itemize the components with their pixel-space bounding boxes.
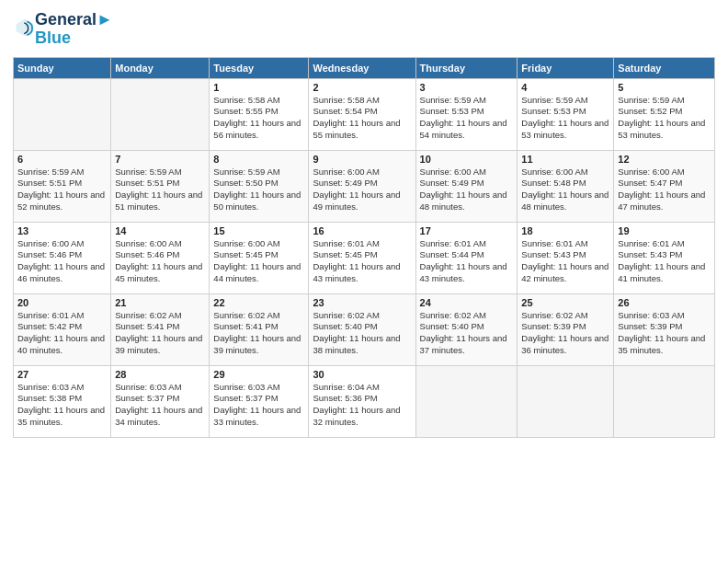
day-number: 24 (420, 297, 514, 308)
day-number: 26 (618, 297, 711, 308)
cell-info: Sunrise: 6:01 AMSunset: 5:42 PMDaylight:… (17, 310, 107, 357)
week-row-4: 20Sunrise: 6:01 AMSunset: 5:42 PMDayligh… (14, 293, 715, 365)
cell-info: Sunrise: 6:01 AMSunset: 5:44 PMDaylight:… (420, 238, 514, 285)
calendar-cell: 21Sunrise: 6:02 AMSunset: 5:41 PMDayligh… (111, 293, 210, 365)
cell-info: Sunrise: 6:03 AMSunset: 5:38 PMDaylight:… (17, 382, 107, 429)
logo-icon (15, 17, 35, 38)
calendar-cell: 10Sunrise: 6:00 AMSunset: 5:49 PMDayligh… (415, 150, 518, 222)
day-number: 30 (313, 369, 411, 380)
cell-info: Sunrise: 6:02 AMSunset: 5:41 PMDaylight:… (213, 310, 304, 357)
calendar-cell: 8Sunrise: 5:59 AMSunset: 5:50 PMDaylight… (210, 150, 309, 222)
calendar-cell: 9Sunrise: 6:00 AMSunset: 5:49 PMDaylight… (309, 150, 415, 222)
cell-info: Sunrise: 6:00 AMSunset: 5:49 PMDaylight:… (313, 167, 411, 213)
day-number: 9 (313, 154, 411, 165)
day-number: 14 (115, 225, 205, 236)
calendar-cell (415, 365, 518, 437)
calendar-cell: 1Sunrise: 5:58 AMSunset: 5:55 PMDaylight… (210, 78, 309, 150)
col-header-thursday: Thursday (415, 57, 518, 78)
calendar-cell: 4Sunrise: 5:59 AMSunset: 5:53 PMDaylight… (518, 78, 614, 150)
calendar-cell: 17Sunrise: 6:01 AMSunset: 5:44 PMDayligh… (415, 222, 518, 293)
cell-info: Sunrise: 6:00 AMSunset: 5:48 PMDaylight:… (521, 167, 609, 213)
col-header-friday: Friday (518, 57, 614, 78)
col-header-monday: Monday (111, 57, 210, 78)
calendar-cell: 7Sunrise: 5:59 AMSunset: 5:51 PMDaylight… (111, 150, 210, 222)
calendar-cell: 30Sunrise: 6:04 AMSunset: 5:36 PMDayligh… (309, 365, 415, 437)
week-row-5: 27Sunrise: 6:03 AMSunset: 5:38 PMDayligh… (14, 365, 715, 437)
logo-text: General► Blue (35, 11, 113, 48)
calendar-cell (111, 78, 210, 150)
day-number: 16 (313, 225, 411, 236)
cell-info: Sunrise: 6:02 AMSunset: 5:41 PMDaylight:… (115, 310, 205, 357)
cell-info: Sunrise: 5:59 AMSunset: 5:53 PMDaylight:… (420, 95, 514, 142)
calendar-cell: 15Sunrise: 6:00 AMSunset: 5:45 PMDayligh… (210, 222, 309, 293)
calendar-cell: 27Sunrise: 6:03 AMSunset: 5:38 PMDayligh… (14, 365, 111, 437)
calendar-cell: 24Sunrise: 6:02 AMSunset: 5:40 PMDayligh… (415, 293, 518, 365)
calendar-cell: 26Sunrise: 6:03 AMSunset: 5:39 PMDayligh… (614, 293, 715, 365)
cell-info: Sunrise: 6:02 AMSunset: 5:40 PMDaylight:… (420, 310, 514, 357)
day-number: 20 (17, 297, 107, 308)
calendar-cell (14, 78, 111, 150)
day-number: 11 (521, 154, 609, 165)
cell-info: Sunrise: 5:59 AMSunset: 5:52 PMDaylight:… (618, 95, 711, 142)
cell-info: Sunrise: 6:03 AMSunset: 5:39 PMDaylight:… (618, 310, 711, 357)
day-number: 7 (115, 154, 205, 165)
cell-info: Sunrise: 6:00 AMSunset: 5:45 PMDaylight:… (213, 238, 304, 285)
day-number: 2 (313, 82, 411, 93)
day-number: 23 (313, 297, 411, 308)
week-row-1: 1Sunrise: 5:58 AMSunset: 5:55 PMDaylight… (14, 78, 715, 150)
cell-info: Sunrise: 6:03 AMSunset: 5:37 PMDaylight:… (115, 382, 205, 429)
col-header-saturday: Saturday (614, 57, 715, 78)
calendar-cell: 23Sunrise: 6:02 AMSunset: 5:40 PMDayligh… (309, 293, 415, 365)
calendar-cell: 6Sunrise: 5:59 AMSunset: 5:51 PMDaylight… (14, 150, 111, 222)
calendar-cell (518, 365, 614, 437)
day-number: 1 (213, 82, 304, 93)
cell-info: Sunrise: 6:01 AMSunset: 5:43 PMDaylight:… (521, 238, 609, 285)
day-number: 5 (618, 82, 711, 93)
day-number: 19 (618, 225, 711, 236)
calendar-cell (614, 365, 715, 437)
calendar-cell: 11Sunrise: 6:00 AMSunset: 5:48 PMDayligh… (518, 150, 614, 222)
cell-info: Sunrise: 6:00 AMSunset: 5:46 PMDaylight:… (115, 238, 205, 285)
day-number: 10 (420, 154, 514, 165)
week-row-3: 13Sunrise: 6:00 AMSunset: 5:46 PMDayligh… (14, 222, 715, 293)
col-header-sunday: Sunday (14, 57, 111, 78)
cell-info: Sunrise: 6:00 AMSunset: 5:47 PMDaylight:… (618, 167, 711, 213)
day-number: 6 (17, 154, 107, 165)
cell-info: Sunrise: 5:59 AMSunset: 5:51 PMDaylight:… (115, 167, 205, 213)
calendar-cell: 2Sunrise: 5:58 AMSunset: 5:54 PMDaylight… (309, 78, 415, 150)
day-number: 8 (213, 154, 304, 165)
calendar-table: SundayMondayTuesdayWednesdayThursdayFrid… (13, 57, 715, 438)
day-number: 21 (115, 297, 205, 308)
day-number: 25 (521, 297, 609, 308)
day-number: 18 (521, 225, 609, 236)
cell-info: Sunrise: 5:58 AMSunset: 5:54 PMDaylight:… (313, 95, 411, 142)
calendar-cell: 29Sunrise: 6:03 AMSunset: 5:37 PMDayligh… (210, 365, 309, 437)
header: General► Blue (13, 11, 715, 48)
day-number: 17 (420, 225, 514, 236)
day-number: 22 (213, 297, 304, 308)
calendar-cell: 14Sunrise: 6:00 AMSunset: 5:46 PMDayligh… (111, 222, 210, 293)
col-header-wednesday: Wednesday (309, 57, 415, 78)
cell-info: Sunrise: 5:59 AMSunset: 5:50 PMDaylight:… (213, 167, 304, 213)
cell-info: Sunrise: 5:59 AMSunset: 5:51 PMDaylight:… (17, 167, 107, 213)
cell-info: Sunrise: 6:01 AMSunset: 5:43 PMDaylight:… (618, 238, 711, 285)
calendar-body: 1Sunrise: 5:58 AMSunset: 5:55 PMDaylight… (14, 78, 715, 437)
col-header-tuesday: Tuesday (210, 57, 309, 78)
calendar-cell: 25Sunrise: 6:02 AMSunset: 5:39 PMDayligh… (518, 293, 614, 365)
calendar-cell: 19Sunrise: 6:01 AMSunset: 5:43 PMDayligh… (614, 222, 715, 293)
calendar-cell: 13Sunrise: 6:00 AMSunset: 5:46 PMDayligh… (14, 222, 111, 293)
calendar-cell: 28Sunrise: 6:03 AMSunset: 5:37 PMDayligh… (111, 365, 210, 437)
cell-info: Sunrise: 6:04 AMSunset: 5:36 PMDaylight:… (313, 382, 411, 429)
day-number: 3 (420, 82, 514, 93)
cell-info: Sunrise: 6:03 AMSunset: 5:37 PMDaylight:… (213, 382, 304, 429)
day-number: 15 (213, 225, 304, 236)
calendar-cell: 12Sunrise: 6:00 AMSunset: 5:47 PMDayligh… (614, 150, 715, 222)
cell-info: Sunrise: 6:02 AMSunset: 5:40 PMDaylight:… (313, 310, 411, 357)
calendar-cell: 16Sunrise: 6:01 AMSunset: 5:45 PMDayligh… (309, 222, 415, 293)
week-row-2: 6Sunrise: 5:59 AMSunset: 5:51 PMDaylight… (14, 150, 715, 222)
calendar-cell: 20Sunrise: 6:01 AMSunset: 5:42 PMDayligh… (14, 293, 111, 365)
day-number: 13 (17, 225, 107, 236)
day-number: 29 (213, 369, 304, 380)
cell-info: Sunrise: 6:00 AMSunset: 5:49 PMDaylight:… (420, 167, 514, 213)
cell-info: Sunrise: 6:00 AMSunset: 5:46 PMDaylight:… (17, 238, 107, 285)
